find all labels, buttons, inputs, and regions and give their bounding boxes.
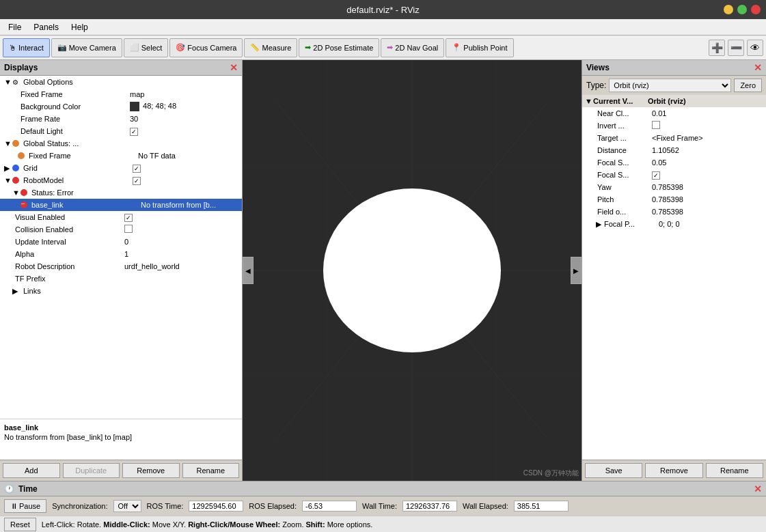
distance-row[interactable]: Distance 1.10562 xyxy=(582,144,766,156)
close-button[interactable] xyxy=(751,5,761,14)
menu-help[interactable]: Help xyxy=(66,21,94,33)
alpha-row[interactable]: Alpha 1 xyxy=(0,248,242,260)
displays-close[interactable]: ✕ xyxy=(230,62,238,73)
add-icon-btn[interactable]: ➕ xyxy=(709,40,725,56)
select-tool[interactable]: ⬜ Select xyxy=(124,38,169,57)
reset-button[interactable]: Reset xyxy=(4,518,36,531)
views-zero-button[interactable]: Zero xyxy=(734,79,762,92)
robot-status-arrow[interactable]: ▼ xyxy=(12,188,20,197)
yaw-value: 0.785398 xyxy=(651,183,763,191)
fixed-frame-row[interactable]: Fixed Frame map xyxy=(0,88,242,100)
tf-prefix-row[interactable]: TF Prefix xyxy=(0,272,242,285)
displays-content[interactable]: ▼ ⚙ Global Options Fixed Frame map Backg… xyxy=(0,76,242,419)
minimize-button[interactable] xyxy=(724,5,733,14)
background-color-row[interactable]: Background Color 48; 48; 48 xyxy=(0,100,242,113)
base-link-row[interactable]: base_link No transform from [b... xyxy=(0,199,242,211)
pose-icon: ➡ xyxy=(305,43,311,52)
background-color-label: Background Color xyxy=(18,102,127,111)
ros-elapsed-value: -6.53 xyxy=(302,501,357,512)
target-row[interactable]: Target ... <Fixed Frame> xyxy=(582,132,766,144)
point-icon: 📍 xyxy=(452,43,461,52)
remove-display-button[interactable]: Remove xyxy=(122,463,180,478)
timebar-close[interactable]: ✕ xyxy=(754,484,762,494)
expand-left-arrow[interactable]: ◀ xyxy=(243,257,254,284)
default-light-row[interactable]: Default Light xyxy=(0,125,242,137)
focus-camera-tool[interactable]: 🎯 Focus Camera xyxy=(169,38,243,57)
grid-checkbox[interactable] xyxy=(133,165,141,173)
eye-icon-btn[interactable]: 👁 xyxy=(747,40,763,56)
error-panel: base_link No transform from [base_link] … xyxy=(0,419,242,460)
2d-pose-tool[interactable]: ➡ 2D Pose Estimate xyxy=(299,38,379,57)
fixed-frame-value: map xyxy=(127,90,241,98)
expand-right-arrow[interactable]: ▶ xyxy=(571,257,582,284)
robot-model-row[interactable]: ▼ RobotModel xyxy=(0,174,242,186)
add-display-button[interactable]: Add xyxy=(3,463,60,478)
focal-s1-row[interactable]: Focal S... 0.05 xyxy=(582,156,766,169)
visual-enabled-row[interactable]: Visual Enabled xyxy=(0,211,242,223)
pitch-row[interactable]: Pitch 0.785398 xyxy=(582,193,766,206)
update-interval-row[interactable]: Update Interval 0 xyxy=(0,236,242,248)
background-color-value: 48; 48; 48 xyxy=(127,102,241,111)
timebar-title: Time xyxy=(18,484,38,494)
default-light-checkbox[interactable] xyxy=(130,128,138,136)
update-interval-label: Update Interval xyxy=(12,238,122,246)
views-type-select[interactable]: Orbit (rviz) xyxy=(609,79,731,92)
collision-enabled-label: Collision Enabled xyxy=(12,225,122,234)
minus-icon-btn[interactable]: ➖ xyxy=(728,40,744,56)
focal-point-label: Focal P... xyxy=(603,220,657,228)
2d-nav-tool[interactable]: ➡ 2D Nav Goal xyxy=(381,38,444,57)
global-options-arrow[interactable]: ▼ xyxy=(4,78,12,86)
sync-select[interactable]: Off xyxy=(113,500,141,512)
views-content: ▼ Current V... Orbit (rviz) Near Cl... 0… xyxy=(582,95,766,460)
invert-value xyxy=(651,121,763,130)
menu-panels[interactable]: Panels xyxy=(28,21,64,33)
3d-viewport[interactable]: ◀ ▶ CSDN @万钟功能 xyxy=(243,60,582,481)
global-status-arrow[interactable]: ▼ xyxy=(4,139,12,148)
views-close[interactable]: ✕ xyxy=(754,62,762,73)
global-status-fixed-frame-row[interactable]: Fixed Frame No TF data xyxy=(0,150,242,162)
invert-checkbox[interactable] xyxy=(652,121,660,129)
robot-model-label: RobotModel xyxy=(20,176,130,184)
grid-arrow[interactable]: ▶ xyxy=(4,164,12,173)
links-arrow[interactable]: ▶ xyxy=(12,287,20,296)
robot-status-row[interactable]: ▼ Status: Error xyxy=(0,186,242,199)
global-status-row[interactable]: ▼ Global Status: ... xyxy=(0,137,242,150)
duplicate-display-button[interactable]: Duplicate xyxy=(63,463,120,478)
grid-row[interactable]: ▶ Grid xyxy=(0,162,242,174)
interact-tool[interactable]: 🖱 Interact xyxy=(3,38,50,57)
base-link-label: base_link xyxy=(29,201,138,209)
default-light-value xyxy=(127,127,241,136)
field-of-view-row[interactable]: Field o... 0.785398 xyxy=(582,206,766,218)
visual-enabled-checkbox[interactable] xyxy=(124,214,133,222)
publish-point-tool[interactable]: 📍 Publish Point xyxy=(446,38,513,57)
remove-view-button[interactable]: Remove xyxy=(645,463,702,478)
measure-tool[interactable]: 📏 Measure xyxy=(244,38,297,57)
update-interval-value: 0 xyxy=(122,238,241,246)
global-status-ff-icon xyxy=(18,152,25,159)
focal-point-row[interactable]: ▶ Focal P... 0; 0; 0 xyxy=(582,218,766,230)
focal-point-arrow[interactable]: ▶ xyxy=(596,220,603,229)
invert-row[interactable]: Invert ... xyxy=(582,120,766,132)
pause-button[interactable]: ⏸ Pause xyxy=(4,499,46,513)
current-view-arrow[interactable]: ▼ xyxy=(585,97,592,105)
yaw-row[interactable]: Yaw 0.785398 xyxy=(582,181,766,193)
move-camera-tool[interactable]: 📷 Move Camera xyxy=(51,38,122,57)
near-clip-row[interactable]: Near Cl... 0.01 xyxy=(582,107,766,120)
field-of-view-label: Field o... xyxy=(596,208,651,216)
maximize-button[interactable] xyxy=(737,5,747,14)
content-area: Displays ✕ ▼ ⚙ Global Options Fixed Fram… xyxy=(0,60,766,481)
collision-enabled-row[interactable]: Collision Enabled xyxy=(0,223,242,236)
save-view-button[interactable]: Save xyxy=(585,463,642,478)
collision-enabled-checkbox[interactable] xyxy=(124,225,133,233)
robot-model-checkbox[interactable] xyxy=(133,177,141,185)
robot-description-row[interactable]: Robot Description urdf_hello_world xyxy=(0,260,242,272)
rename-display-button[interactable]: Rename xyxy=(182,463,240,478)
focal-s2-row[interactable]: Focal S... xyxy=(582,169,766,181)
frame-rate-row[interactable]: Frame Rate 30 xyxy=(0,113,242,125)
rename-view-button[interactable]: Rename xyxy=(706,463,763,478)
robot-model-arrow[interactable]: ▼ xyxy=(4,176,12,184)
links-row[interactable]: ▶ Links xyxy=(0,285,242,297)
focal-s2-checkbox[interactable] xyxy=(652,171,660,180)
menu-file[interactable]: File xyxy=(3,21,27,33)
global-options-row[interactable]: ▼ ⚙ Global Options xyxy=(0,76,242,88)
